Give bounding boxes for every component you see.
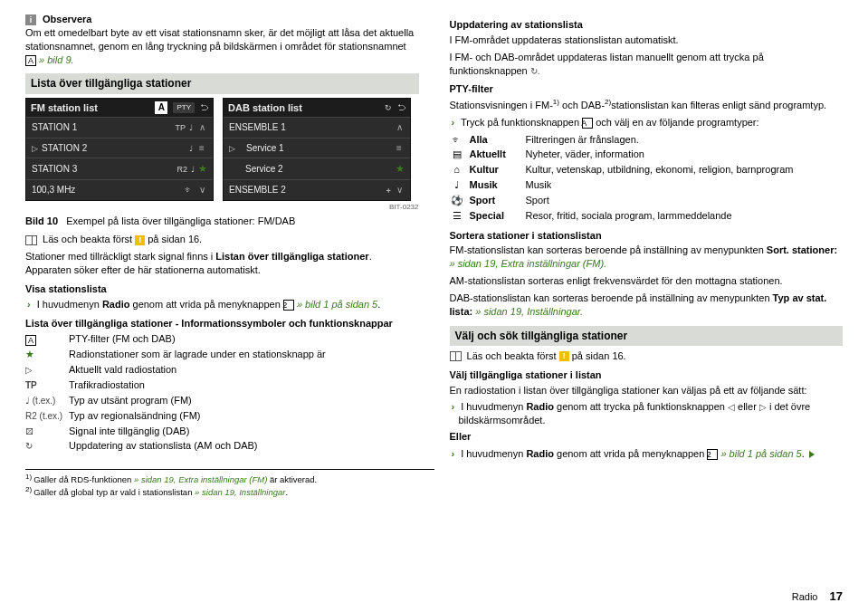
- link-sidan-19: » sidan 19, Inställningar: [195, 487, 285, 497]
- fm-row-4: 100,3 MHz: [32, 184, 181, 196]
- knob-2-box: 2: [707, 449, 718, 460]
- sort-dab-text: DAB-stationslistan kan sorteras beroende…: [450, 292, 844, 319]
- footer-section: Radio: [792, 591, 818, 602]
- dab-row-2: Service 1: [239, 142, 390, 155]
- figure-caption: Bild 10 Exempel på lista över tillgängli…: [25, 215, 419, 228]
- pty-all-icon: ᯤ: [450, 132, 470, 148]
- play-icon: ▷: [25, 365, 33, 375]
- play-icon: ▷: [32, 143, 38, 154]
- read-first-line-2: Läs och beakta först ! på sidan 16.: [450, 349, 844, 363]
- antenna-icon: ᚐ: [386, 185, 390, 196]
- letter-A-box: A: [25, 335, 36, 346]
- info-icon: i: [25, 14, 36, 25]
- knob-2-box: 2: [283, 300, 294, 311]
- update-fm-text: I FM-området uppdateras stationslistan a…: [450, 33, 844, 47]
- star-icon: ★: [396, 162, 405, 176]
- observe-link: » bild 9.: [36, 54, 74, 65]
- fm-badge-pty: PTY: [173, 102, 195, 114]
- masks-icon: ᯤ: [185, 185, 193, 196]
- fm-row-2: STATION 2: [42, 142, 186, 155]
- eller-label: Eller: [450, 430, 844, 444]
- observe-text: Om ett omedelbart byte av ett visat stat…: [25, 27, 414, 52]
- update-heading: Uppdatering av stationslista: [450, 18, 844, 32]
- next-icon: ▷: [759, 403, 767, 413]
- link-sidan-19: » sidan 19, Extra inställningar (FM): [134, 474, 267, 484]
- stations-signal-text: Stationer med tillräckligt stark signal …: [25, 250, 419, 277]
- section-select-search: Välj och sök tillgängliga stationer: [450, 326, 844, 346]
- observe-label: Observera: [43, 14, 91, 24]
- sort-heading: Sortera stationer i stationslistan: [450, 229, 844, 243]
- select-bullet-1: I huvudmenyn Radio genom att trycka på f…: [450, 400, 844, 427]
- page-footer: Radio 17: [792, 588, 843, 605]
- pty-music-icon: ♩: [450, 177, 470, 193]
- no-signal-icon: ⛝: [25, 426, 34, 436]
- letter-A-box: A: [582, 118, 593, 129]
- select-text: En radiostation i listan över tillgängli…: [450, 384, 844, 397]
- footnote-2: 2)Gäller då global typ är vald i station…: [25, 485, 843, 499]
- star-icon: ★: [198, 162, 207, 176]
- letter-A-box: A: [25, 55, 36, 66]
- warning-icon: !: [135, 235, 145, 245]
- pty-table: ᯤAllaFiltreringen är frånslagen. ▤Aktuel…: [450, 132, 799, 224]
- link-sidan-19: » sidan 19: [450, 258, 496, 269]
- figure-fm-dab: FM station list A PTY ⮌ STATION 1TP♩∧ ▷S…: [25, 98, 419, 201]
- r2-icon: R2 (t.ex.): [25, 411, 62, 421]
- refresh-icon: ↻: [25, 442, 33, 452]
- sort-am-text: AM-stationslistan sorteras enligt frekve…: [450, 274, 844, 288]
- symbols-table: APTY-filter (FM och DAB) ★Radionstatione…: [25, 331, 331, 454]
- show-list-bullet: I huvudmenyn Radio genom att vrida på me…: [25, 298, 419, 311]
- play-icon: ▷: [229, 143, 235, 154]
- tp-icon: TP: [25, 380, 37, 390]
- prev-icon: ◁: [728, 403, 735, 413]
- refresh-icon: ↻: [385, 102, 392, 113]
- page-number: 17: [830, 589, 843, 603]
- pty-special-icon: ☰: [450, 208, 470, 224]
- fm-device-screenshot: FM station list A PTY ⮌ STATION 1TP♩∧ ▷S…: [25, 98, 214, 201]
- sort-fm-text: FM-stationslistan kan sorteras beroende …: [450, 244, 844, 271]
- book-icon: [450, 351, 462, 361]
- select-bullet-2: I huvudmenyn Radio genom att vrida på me…: [450, 447, 844, 461]
- fm-badge-A: A: [155, 101, 167, 114]
- dab-title: DAB station list: [228, 101, 379, 115]
- observe-block: i Observera Om ett omedelbart byte av et…: [25, 13, 419, 66]
- book-icon: [25, 235, 37, 245]
- footnote-divider: [25, 469, 434, 470]
- fm-title: FM station list: [31, 101, 149, 115]
- back-icon: ⮌: [397, 102, 405, 113]
- dab-row-1: ENSEMBLE 1: [229, 121, 390, 134]
- link-bild1: » bild 1 på sidan 5: [718, 448, 801, 459]
- note-icon: ♩ (t.ex.): [25, 396, 55, 406]
- select-heading: Välj tillgängliga stationer i listan: [450, 368, 844, 382]
- pty-news-icon: ▤: [450, 147, 470, 162]
- dab-device-screenshot: DAB station list ↻ ⮌ ENSEMBLE 1∧ ▷Servic…: [223, 98, 411, 201]
- warning-icon: !: [559, 351, 569, 361]
- star-icon: ★: [25, 349, 34, 359]
- dab-row-4: ENSEMBLE 2: [229, 184, 383, 196]
- continue-icon: [809, 451, 815, 458]
- update-manual-text: I FM- och DAB-området uppdateras listan …: [450, 51, 844, 78]
- link-sidan-19: » sidan 19: [472, 306, 521, 317]
- fm-row-1: STATION 1: [32, 121, 171, 134]
- pty-culture-icon: ⌂: [450, 162, 470, 177]
- section-available-stations: Lista över tillgängliga stationer: [25, 73, 419, 93]
- show-list-heading: Visa stationslista: [25, 282, 419, 296]
- pty-heading: PTY-filter: [450, 82, 844, 96]
- link-bild1: » bild 1 på sidan 5: [294, 299, 377, 310]
- figure-id: BIT-0232: [25, 203, 419, 213]
- pty-text: Stationsvisningen i FM-1) och DAB-2)stat…: [450, 98, 844, 112]
- fm-row-3: STATION 3: [32, 163, 173, 176]
- refresh-icon: ↻.: [530, 66, 540, 76]
- symbols-heading: Lista över tillgängliga stationer - Info…: [25, 317, 419, 330]
- dab-row-3: Service 2: [229, 163, 392, 176]
- footnote-1: 1)Gäller då RDS-funktionen » sidan 19, E…: [25, 473, 843, 486]
- pty-sport-icon: ⚽: [450, 193, 470, 208]
- pty-instruction: Tryck på funktionsknappen A och välj en …: [450, 116, 844, 129]
- read-first-line: Läs och beakta först ! på sidan 16.: [25, 233, 419, 246]
- back-icon: ⮌: [200, 102, 208, 113]
